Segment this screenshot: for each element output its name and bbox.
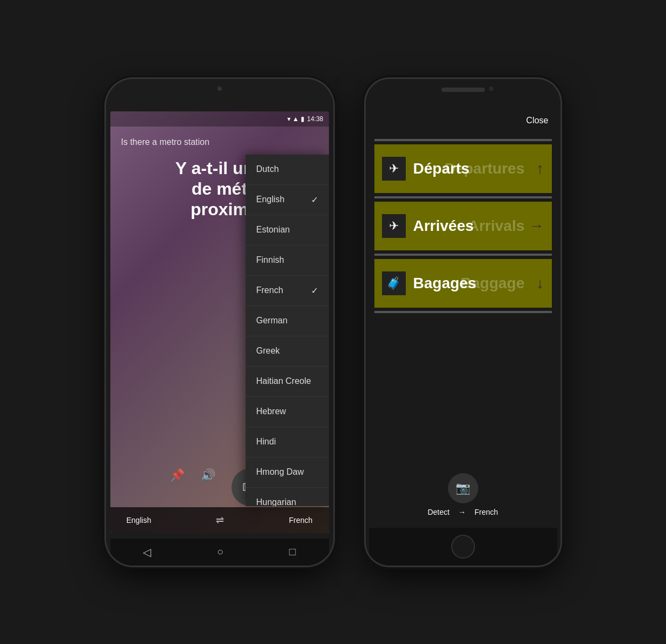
iphone-home-area — [369, 528, 557, 566]
camera-button[interactable]: 📷 — [448, 473, 478, 503]
dropdown-item-haitian-creole[interactable]: Haitian Creole — [246, 367, 329, 397]
bagages-arrow-icon: ↓ — [537, 275, 544, 292]
baggage-row[interactable]: 🧳 Bagages Baggage ↓ — [374, 259, 552, 308]
luggage-icon: 🧳 — [382, 271, 406, 295]
plane-icon-arrivals: ✈ — [382, 214, 406, 238]
source-lang-label[interactable]: English — [127, 516, 151, 525]
close-button[interactable]: Close — [526, 116, 549, 125]
signal-icon: ▲ — [293, 115, 299, 123]
detect-lang-label[interactable]: Detect — [427, 508, 449, 516]
arrivals-row[interactable]: ✈ Arrivées Arrivals → — [374, 202, 552, 250]
dropdown-item-hebrew[interactable]: Hebrew — [246, 397, 329, 427]
android-phone: ▾ ▲ ▮ 14:38 Is there a metro station Y a… — [106, 79, 333, 566]
dropdown-item-german[interactable]: German — [246, 306, 329, 336]
android-nav-bar: ◁ ○ □ — [110, 539, 329, 566]
source-text: Is there a metro station — [121, 137, 318, 147]
iphone-lang-bar: Detect → French — [427, 508, 498, 516]
dropdown-item-estonian[interactable]: Estonian — [246, 215, 329, 245]
android-lang-bar: English ⇌ French — [110, 507, 329, 533]
camera-icon: 📷 — [456, 481, 470, 495]
dropdown-item-french[interactable]: French✓ — [246, 276, 329, 306]
status-icons: ▾ ▲ ▮ 14:38 — [287, 115, 324, 123]
iphone-screen: Close ✈ Départs Departures ↑ ✈ Arrivées … — [369, 109, 557, 525]
time-display: 14:38 — [307, 115, 323, 123]
dropdown-item-english[interactable]: English✓ — [246, 185, 329, 215]
lang-direction-arrow: → — [458, 508, 466, 516]
back-button[interactable]: ◁ — [143, 546, 151, 559]
separator-mid1 — [374, 196, 552, 198]
dropdown-item-finnish[interactable]: Finnish — [246, 245, 329, 276]
iphone: Close ✈ Départs Departures ↑ ✈ Arrivées … — [366, 79, 561, 566]
dropdown-item-hmong-daw[interactable]: Hmong Daw — [246, 457, 329, 488]
departures-row[interactable]: ✈ Départs Departures ↑ — [374, 144, 552, 193]
separator-top — [374, 139, 552, 141]
departures-text: Départs — [413, 160, 470, 177]
wifi-icon: ▾ — [287, 115, 291, 123]
bagages-text: Bagages — [413, 275, 477, 292]
arrivals-text: Arrivées — [413, 217, 474, 235]
iphone-target-lang[interactable]: French — [474, 508, 498, 516]
translation-area: ✈ Départs Departures ↑ ✈ Arrivées Arriva… — [369, 132, 557, 465]
swap-arrow-icon[interactable]: ⇌ — [216, 514, 224, 526]
arrivals-arrow-icon: → — [529, 217, 544, 235]
iphone-top-bar: Close — [369, 109, 557, 132]
target-lang-label[interactable]: French — [289, 516, 313, 525]
home-button[interactable]: ○ — [217, 546, 223, 558]
battery-icon: ▮ — [301, 115, 305, 123]
separator-mid2 — [374, 254, 552, 256]
dropdown-item-greek[interactable]: Greek — [246, 336, 329, 367]
arrivals-behind-text: Arrivals — [468, 217, 524, 235]
pin-icon[interactable]: 📌 — [170, 468, 184, 506]
home-button[interactable] — [451, 535, 475, 559]
recent-button[interactable]: □ — [289, 546, 296, 558]
separator-bottom — [374, 311, 552, 313]
volume-icon[interactable]: 🔊 — [201, 468, 215, 506]
dropdown-item-hungarian[interactable]: Hungarian — [246, 488, 329, 506]
plane-icon-departures: ✈ — [382, 157, 406, 181]
android-status-bar: ▾ ▲ ▮ 14:38 — [110, 111, 329, 127]
android-screen: ▾ ▲ ▮ 14:38 Is there a metro station Y a… — [110, 111, 329, 533]
language-dropdown[interactable]: DutchEnglish✓EstonianFinnishFrench✓Germa… — [246, 155, 329, 506]
dropdown-item-hindi[interactable]: Hindi — [246, 427, 329, 457]
departures-arrow-icon: ↑ — [537, 160, 544, 177]
iphone-bottom: 📷 Detect → French — [369, 465, 557, 525]
dropdown-item-dutch[interactable]: Dutch — [246, 155, 329, 185]
